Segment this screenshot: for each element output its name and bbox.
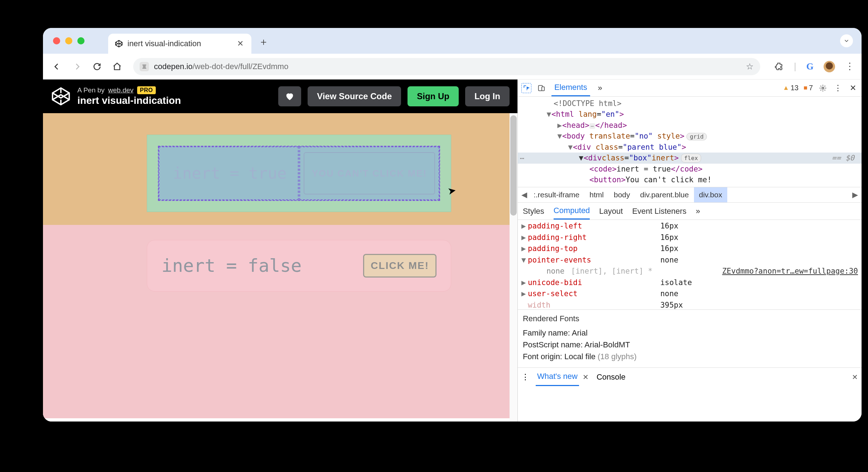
inert-false-code: inert = false (161, 255, 355, 276)
elements-tab[interactable]: Elements (551, 80, 590, 96)
styles-subtab-bar: Styles Computed Layout Event Listeners » (518, 203, 862, 220)
console-tab[interactable]: Console (595, 372, 627, 382)
like-button[interactable] (278, 86, 301, 106)
browser-tab[interactable]: inert visual-indication ✕ (108, 34, 251, 54)
crumb-parent[interactable]: div.parent.blue (635, 187, 694, 202)
svg-rect-1 (542, 87, 544, 91)
codepen-meta: A Pen by web.dev PRO inert visual-indica… (77, 86, 181, 106)
fullscreen-window-button[interactable] (77, 37, 85, 44)
elements-overflow-icon[interactable]: ⋯ (520, 153, 525, 164)
inert-true-code: inert = true (171, 165, 287, 182)
browser-window: inert visual-indication ✕ ＋ (43, 28, 862, 422)
rendered-fonts-heading: Rendered Fonts (523, 314, 857, 323)
devtools-highlight-content: inert = true YOU CAN'T CLICK ME! (158, 146, 440, 201)
google-account-icon[interactable]: G (806, 61, 814, 72)
pen-section-inert-false: inert = false CLICK ME! (43, 225, 510, 418)
issues-info-badge[interactable]: ■7 (804, 84, 813, 92)
issues-warning-badge[interactable]: ▲13 (783, 84, 799, 92)
preview-scrollbar-thumb[interactable] (510, 115, 517, 216)
crumb-body[interactable]: body (609, 187, 635, 202)
bookmark-star-icon[interactable]: ☆ (746, 62, 754, 72)
pen-preview: inert = true YOU CAN'T CLICK ME! ➤ inert… (43, 113, 510, 422)
codepen-header: A Pen by web.dev PRO inert visual-indica… (43, 80, 517, 113)
chrome-menu-button[interactable]: ⋮ (845, 61, 854, 72)
devtools-highlight-margin: inert = true YOU CAN'T CLICK ME! (147, 135, 451, 212)
rendered-page: A Pen by web.dev PRO inert visual-indica… (43, 80, 517, 422)
prop-width[interactable]: width395px (521, 300, 858, 310)
devtools-tabbar: Elements » ▲13 ■7 ⋮ ✕ (518, 80, 862, 97)
drawer-close-icon[interactable]: ✕ (852, 373, 858, 381)
elements-tree[interactable]: ⋯ <!DOCTYPE html> ▼<html lang="en"> ▶<he… (518, 97, 862, 187)
address-bar[interactable]: codepen.io/web-dot-dev/full/ZEvdmmo ☆ (133, 58, 760, 75)
prop-padding-left[interactable]: ▶padding-left16px (521, 221, 858, 232)
font-family-line: Family name: Arial (523, 327, 857, 339)
codepen-logo-icon[interactable] (51, 86, 71, 106)
browser-toolbar: codepen.io/web-dot-dev/full/ZEvdmmo ☆ | … (43, 54, 862, 80)
prop-pointer-events[interactable]: ▼pointer-eventsnone (521, 255, 858, 266)
inert-false-box: inert = false CLICK ME! (147, 240, 451, 292)
computed-panel[interactable]: ▶padding-left16px ▶padding-right16px ▶pa… (518, 220, 862, 309)
inert-false-button[interactable]: CLICK ME! (363, 254, 437, 278)
login-button[interactable]: Log In (465, 86, 510, 106)
tab-close-button[interactable]: ✕ (236, 39, 245, 48)
window-controls (53, 37, 85, 44)
crumb-html[interactable]: html (584, 187, 609, 202)
extensions-icon[interactable] (774, 62, 784, 72)
prop-padding-top[interactable]: ▶padding-top16px (521, 243, 858, 255)
crumb-box[interactable]: div.box (694, 187, 727, 202)
codepen-byline: A Pen by web.dev PRO (77, 86, 181, 94)
tab-title: inert visual-indication (127, 39, 231, 48)
drawer-kebab-icon[interactable]: ⋮ (521, 372, 529, 382)
crumb-prev-icon[interactable]: ◀ (520, 191, 529, 199)
codepen-title: inert visual-indication (77, 95, 181, 106)
more-subtabs-icon[interactable]: » (696, 207, 700, 216)
close-window-button[interactable] (53, 37, 60, 44)
signup-button[interactable]: Sign Up (408, 86, 459, 106)
tab-overflow-button[interactable] (840, 34, 853, 47)
forward-button[interactable] (70, 60, 84, 73)
toolbar-separator: | (794, 61, 796, 72)
inert-true-code-cell: inert = true (159, 146, 299, 200)
new-tab-button[interactable]: ＋ (258, 35, 269, 49)
prop-unicode-bidi[interactable]: ▶unicode-bidiisolate (521, 277, 858, 289)
tab-strip: inert visual-indication ✕ ＋ (43, 28, 862, 54)
minimize-window-button[interactable] (65, 37, 72, 44)
computed-tab[interactable]: Computed (554, 203, 590, 220)
whats-new-tab[interactable]: What's new (536, 368, 579, 386)
font-origin-line: Font origin: Local file (18 glyphs) (523, 351, 857, 362)
prop-padding-right[interactable]: ▶padding-right16px (521, 232, 858, 244)
prop-pointer-events-source[interactable]: none [inert], [inert] * ZEvdmmo?anon=tr…… (521, 266, 858, 277)
elements-breadcrumb: ◀ :.result-iframe html body div.parent.b… (518, 187, 862, 203)
inspect-element-icon[interactable] (521, 83, 531, 93)
inert-true-button-cell: YOU CAN'T CLICK ME! (299, 146, 439, 200)
more-tabs-icon[interactable]: » (595, 83, 605, 93)
page-area: A Pen by web.dev PRO inert visual-indica… (43, 80, 862, 422)
site-info-icon[interactable] (140, 62, 149, 71)
codepen-favicon-icon (115, 39, 123, 48)
back-button[interactable] (50, 60, 64, 73)
event-listeners-tab[interactable]: Event Listeners (632, 207, 686, 216)
rendered-fonts-panel: Rendered Fonts Family name: Arial PostSc… (518, 309, 862, 367)
reload-button[interactable] (90, 60, 104, 73)
svg-point-2 (822, 87, 824, 89)
url-text: codepen.io/web-dot-dev/full/ZEvdmmo (154, 62, 741, 71)
codepen-author-link[interactable]: web.dev (108, 86, 134, 94)
crumb-next-icon[interactable]: ▶ (851, 191, 859, 199)
pro-badge: PRO (137, 86, 156, 94)
layout-tab[interactable]: Layout (599, 207, 623, 216)
selected-element-row: ▼<div class="box" inert>flex== $0 (518, 153, 862, 163)
profile-avatar[interactable] (824, 61, 835, 72)
devtools-kebab-icon[interactable]: ⋮ (833, 83, 843, 93)
prop-user-select[interactable]: ▶user-selectnone (521, 288, 858, 300)
toolbar-right: | G ⋮ (774, 61, 854, 72)
crumb-iframe[interactable]: :.result-iframe (529, 187, 584, 202)
whats-new-close-icon[interactable]: ✕ (583, 373, 589, 381)
devtools-drawer: ⋮ What's new ✕ Console ✕ (518, 367, 862, 386)
home-button[interactable] (110, 60, 124, 73)
devtools-close-icon[interactable]: ✕ (848, 83, 858, 93)
view-source-button[interactable]: View Source Code (308, 86, 401, 106)
device-toolbar-icon[interactable] (536, 83, 546, 93)
inert-true-button: YOU CAN'T CLICK ME! (304, 152, 435, 194)
styles-tab[interactable]: Styles (523, 207, 544, 216)
devtools-settings-icon[interactable] (818, 83, 828, 93)
